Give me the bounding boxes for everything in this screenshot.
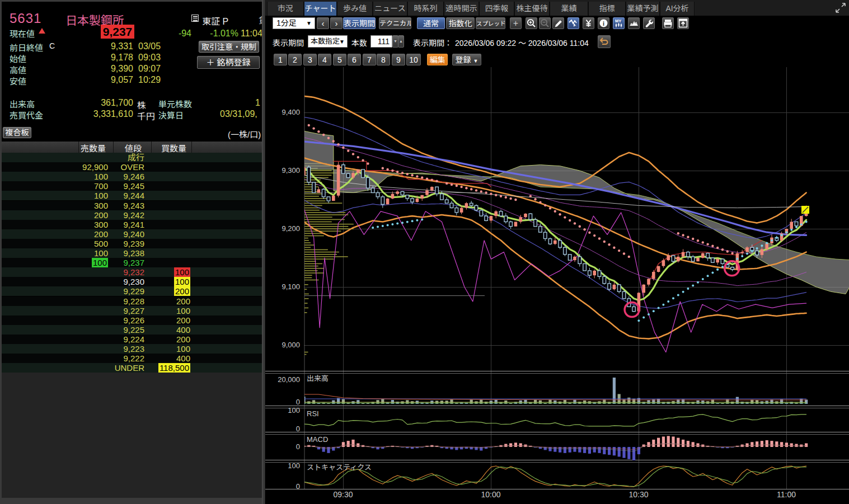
svg-text:9,300: 9,300	[282, 166, 300, 175]
svg-text:i: i	[603, 20, 604, 27]
svg-text:0: 0	[296, 482, 300, 491]
svg-text:0: 0	[296, 398, 300, 406]
svg-text:RSI: RSI	[307, 409, 319, 418]
svg-text:9,100: 9,100	[282, 282, 300, 291]
svg-text:9,200: 9,200	[282, 224, 300, 233]
svg-text:11:00: 11:00	[777, 490, 796, 499]
svg-text:0: 0	[296, 425, 300, 433]
svg-text:MY: MY	[615, 18, 621, 23]
svg-text:10:00: 10:00	[481, 490, 500, 499]
svg-text:100: 100	[288, 406, 300, 414]
svg-text:9,400: 9,400	[282, 108, 300, 116]
svg-text:100: 100	[288, 461, 300, 470]
svg-text:20,000: 20,000	[278, 375, 300, 384]
svg-text:10:30: 10:30	[628, 490, 648, 499]
svg-text:出来高: 出来高	[307, 374, 329, 383]
svg-text:9,000: 9,000	[282, 341, 300, 349]
svg-text:ストキャスティクス: ストキャスティクス	[307, 463, 372, 472]
svg-text:MACD: MACD	[307, 435, 328, 444]
svg-text:0: 0	[296, 442, 300, 451]
svg-text:09:30: 09:30	[333, 490, 353, 499]
